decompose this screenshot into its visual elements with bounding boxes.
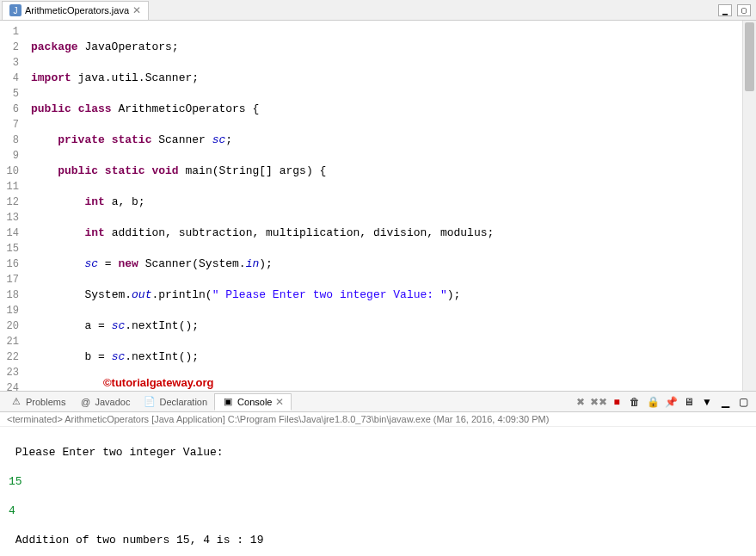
line-number: 5 <box>3 86 19 102</box>
code-line: b = sc.nextInt(); <box>31 349 737 365</box>
line-number: 12 <box>3 195 19 210</box>
clear-console-button[interactable]: 🗑 <box>627 394 642 410</box>
close-icon[interactable]: ✕ <box>132 4 141 16</box>
remove-all-button[interactable]: ✖✖ <box>591 394 606 410</box>
java-file-icon: J <box>9 4 22 16</box>
line-number: 2 <box>3 40 19 55</box>
line-number: 13 <box>3 210 19 225</box>
terminated-status: <terminated> <box>7 414 63 424</box>
line-number: 14 <box>3 225 19 241</box>
open-console-dropdown[interactable]: ▼ <box>699 394 715 410</box>
code-line: package JavaOperators; <box>31 40 737 55</box>
line-number: 17 <box>3 272 19 287</box>
line-number: 21 <box>3 334 19 349</box>
console-icon: ▣ <box>222 396 234 408</box>
tab-label: Javadoc <box>95 397 130 407</box>
scroll-lock-button[interactable]: 🔒 <box>645 394 661 410</box>
tab-javadoc[interactable]: @ Javadoc <box>72 394 137 410</box>
line-number: 15 <box>3 241 19 256</box>
console-toolbar: ✖ ✖✖ ■ 🗑 🔒 📌 🖥 ▼ ▁ ▢ <box>573 394 756 410</box>
line-number: 19 <box>3 303 19 318</box>
code-line: int addition, subtraction, multiplicatio… <box>31 225 737 241</box>
tab-problems[interactable]: ⚠ Problems <box>3 394 72 410</box>
remove-launch-button[interactable]: ✖ <box>573 394 588 410</box>
console-process-info: <terminated> ArithmeticOperators [Java A… <box>0 412 756 427</box>
code-line: sc = new Scanner(System.in); <box>31 256 737 272</box>
maximize-view-button[interactable]: ▢ <box>735 394 751 410</box>
tab-label: Console <box>237 397 272 407</box>
console-line: Addition of two numbers 15, 4 is : 19 <box>9 533 747 547</box>
close-icon[interactable]: ✕ <box>275 396 284 408</box>
window-controls: ▁ ▢ <box>718 4 756 16</box>
console-user-input: 15 <box>9 474 747 489</box>
line-number: 7 <box>3 117 19 133</box>
console-line: Please Enter two integer Value: <box>9 445 747 460</box>
tab-label: Declaration <box>159 397 207 407</box>
code-editor[interactable]: 1 2 3 4 5 6 7 8 9 10 11 12 13 14 15 16 1… <box>0 21 756 392</box>
code-content[interactable]: package JavaOperators; import java.util.… <box>26 21 742 391</box>
line-number: 11 <box>3 179 19 195</box>
line-number: 4 <box>3 71 19 86</box>
console-output[interactable]: Please Enter two integer Value: 15 4 Add… <box>0 427 756 556</box>
tab-console[interactable]: ▣ Console ✕ <box>214 393 292 411</box>
tab-title: ArithmeticOperators.java <box>25 5 129 15</box>
line-number: 20 <box>3 318 19 334</box>
line-number: 1 <box>3 24 19 40</box>
line-number: 18 <box>3 287 19 303</box>
line-number: 8 <box>3 133 19 148</box>
scrollbar-thumb[interactable] <box>745 22 754 91</box>
line-number: 23 <box>3 365 19 380</box>
tab-declaration[interactable]: 📄 Declaration <box>137 394 214 410</box>
line-number: 22 <box>3 349 19 365</box>
line-number: 9 <box>3 148 19 164</box>
process-path: ArithmeticOperators [Java Application] C… <box>63 414 550 424</box>
code-line: a = sc.nextInt(); <box>31 318 737 334</box>
line-number-gutter: 1 2 3 4 5 6 7 8 9 10 11 12 13 14 15 16 1… <box>0 21 26 391</box>
code-line: private static Scanner sc; <box>31 133 737 148</box>
code-line: public static void main(String[] args) { <box>31 164 737 179</box>
vertical-scrollbar[interactable] <box>742 21 756 391</box>
bottom-panel-tabs: ⚠ Problems @ Javadoc 📄 Declaration ▣ Con… <box>0 392 756 412</box>
minimize-button[interactable]: ▁ <box>718 4 732 16</box>
minimize-view-button[interactable]: ▁ <box>717 394 733 410</box>
pin-console-button[interactable]: 📌 <box>663 394 679 410</box>
console-user-input: 4 <box>9 503 747 518</box>
code-line: System.out.println(" Please Enter two in… <box>31 287 737 303</box>
line-number: 3 <box>3 55 19 71</box>
code-line: public class ArithmeticOperators { <box>31 102 737 117</box>
declaration-icon: 📄 <box>144 396 156 408</box>
display-button[interactable]: 🖥 <box>681 394 697 410</box>
code-line: int a, b; <box>31 195 737 210</box>
javadoc-icon: @ <box>79 396 91 408</box>
problems-icon: ⚠ <box>10 396 22 408</box>
editor-tab[interactable]: J ArithmeticOperators.java ✕ <box>2 1 149 20</box>
code-line: import java.util.Scanner; <box>31 71 737 86</box>
tab-label: Problems <box>26 397 65 407</box>
editor-tab-bar: J ArithmeticOperators.java ✕ ▁ ▢ <box>0 0 756 21</box>
watermark-text: ©tutorialgateway.org <box>103 376 214 389</box>
line-number: 24 <box>3 380 19 392</box>
line-number: 6 <box>3 102 19 117</box>
line-number: 16 <box>3 256 19 272</box>
terminate-button[interactable]: ■ <box>609 394 624 410</box>
line-number: 10 <box>3 164 19 179</box>
maximize-button[interactable]: ▢ <box>737 4 751 16</box>
